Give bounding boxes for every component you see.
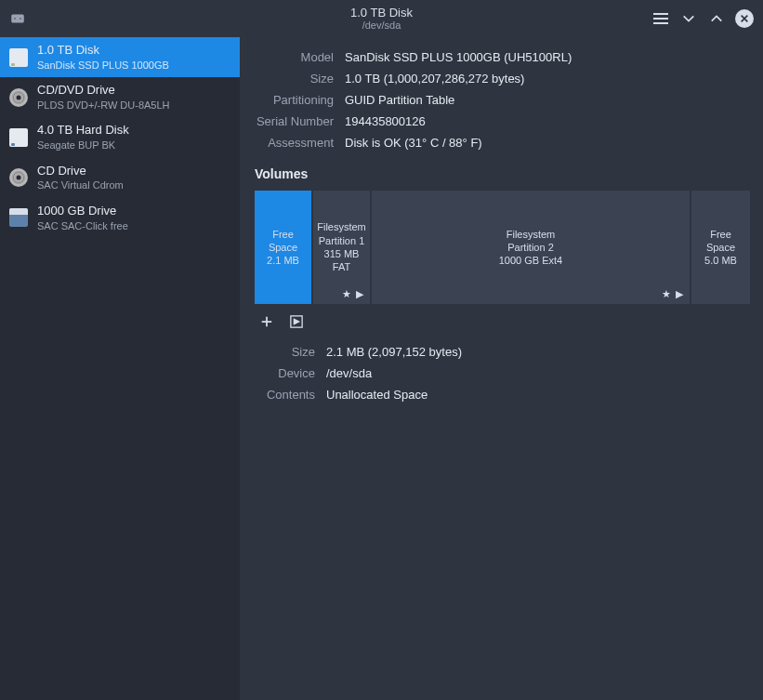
volume-map: Free Space2.1 MBFilesystemPartition 1315… xyxy=(255,191,750,304)
vol-device-label: Device xyxy=(245,366,315,380)
vol-contents-label: Contents xyxy=(245,388,315,402)
ssd-icon xyxy=(9,48,28,67)
svg-rect-0 xyxy=(11,15,24,23)
window-subtitle: /dev/sda xyxy=(350,20,413,32)
volume-segment[interactable]: FilesystemPartition 21000 GB Ext4★ ▶ xyxy=(372,191,690,304)
body: 1.0 TB DiskSanDisk SSD PLUS 1000GBCD/DVD… xyxy=(0,37,763,700)
volume-segment-subtitle2: 315 MB FAT xyxy=(317,247,366,274)
volume-segment[interactable]: FilesystemPartition 1315 MB FAT★ ▶ xyxy=(313,191,370,304)
sidebar-item-subtitle: SAC Virtual Cdrom xyxy=(37,178,124,192)
vol-size-value: 2.1 MB (2,097,152 bytes) xyxy=(326,345,750,359)
close-icon[interactable] xyxy=(735,9,754,28)
sidebar-item-title: 4.0 TB Hard Disk xyxy=(37,123,129,139)
sidebar-item-labels: 1.0 TB DiskSanDisk SSD PLUS 1000GB xyxy=(37,43,169,72)
partitioning-value: GUID Partition Table xyxy=(345,93,750,107)
window-title-block: 1.0 TB Disk /dev/sda xyxy=(350,6,413,33)
volume-segment-title: Free Space xyxy=(695,228,746,255)
titlebar: 1.0 TB Disk /dev/sda xyxy=(0,0,763,37)
size-label: Size xyxy=(245,72,334,86)
menu-icon[interactable] xyxy=(651,9,670,28)
hdd-icon xyxy=(9,128,28,147)
sidebar-item-subtitle: Seagate BUP BK xyxy=(37,139,129,152)
sidebar-item-labels: CD/DVD DrivePLDS DVD+/-RW DU-8A5LH xyxy=(37,83,170,112)
titlebar-actions xyxy=(651,9,754,28)
volume-segment-subtitle: Partition 2 xyxy=(507,241,554,254)
volume-segment-markers-icon: ★ ▶ xyxy=(342,287,364,300)
sidebar-item-title: CD/DVD Drive xyxy=(37,83,170,99)
volume-detail: Size 2.1 MB (2,097,152 bytes) Device /de… xyxy=(245,345,750,402)
window-title: 1.0 TB Disk xyxy=(350,6,413,20)
maximize-icon[interactable] xyxy=(707,9,726,28)
usb-icon xyxy=(9,208,28,227)
volumes-heading: Volumes xyxy=(255,166,750,181)
sidebar-item-labels: CD DriveSAC Virtual Cdrom xyxy=(37,164,124,192)
vol-size-label: Size xyxy=(245,345,315,359)
svg-point-2 xyxy=(20,18,21,20)
mount-icon[interactable] xyxy=(288,313,305,330)
volume-segment[interactable]: Free Space5.0 MB xyxy=(691,191,750,304)
volume-segment-title: Filesystem xyxy=(506,228,556,241)
model-label: Model xyxy=(245,50,334,64)
sidebar-item-title: CD Drive xyxy=(37,164,124,179)
sidebar-item[interactable]: CD/DVD DrivePLDS DVD+/-RW DU-8A5LH xyxy=(0,77,240,117)
sidebar-item-subtitle: SAC SAC-Click free xyxy=(37,219,128,232)
serial-value: 194435800126 xyxy=(345,114,750,128)
sidebar-item[interactable]: 1.0 TB DiskSanDisk SSD PLUS 1000GB xyxy=(0,37,240,77)
svg-rect-3 xyxy=(653,13,668,15)
sidebar-item-labels: 1000 GB DriveSAC SAC-Click free xyxy=(37,204,128,232)
disks-window: 1.0 TB Disk /dev/sda 1.0 TB DiskSanDisk … xyxy=(0,0,763,700)
volume-segment-subtitle: 2.1 MB xyxy=(267,254,299,267)
minimize-icon[interactable] xyxy=(679,9,698,28)
volume-segment-subtitle: 5.0 MB xyxy=(704,254,737,267)
sidebar: 1.0 TB DiskSanDisk SSD PLUS 1000GBCD/DVD… xyxy=(0,37,240,700)
disk-info: Model SanDisk SSD PLUS 1000GB (UH5100RL)… xyxy=(245,50,750,150)
add-partition-icon[interactable] xyxy=(258,313,275,330)
sidebar-item-subtitle: SanDisk SSD PLUS 1000GB xyxy=(37,59,169,72)
volume-segment[interactable]: Free Space2.1 MB xyxy=(255,191,311,304)
assessment-label: Assessment xyxy=(245,136,334,150)
sidebar-item[interactable]: CD DriveSAC Virtual Cdrom xyxy=(0,158,240,198)
cd-icon xyxy=(9,88,28,107)
vol-device-value: /dev/sda xyxy=(326,366,750,380)
svg-rect-5 xyxy=(653,22,668,24)
svg-rect-4 xyxy=(653,18,668,20)
vol-contents-value: Unallocated Space xyxy=(326,388,750,402)
content: Model SanDisk SSD PLUS 1000GB (UH5100RL)… xyxy=(240,37,763,700)
size-value: 1.0 TB (1,000,207,286,272 bytes) xyxy=(345,72,750,86)
volume-segment-subtitle: Partition 1 xyxy=(319,234,365,247)
sidebar-item-title: 1.0 TB Disk xyxy=(37,43,169,59)
partitioning-label: Partitioning xyxy=(245,93,334,107)
cd-icon xyxy=(9,168,28,187)
volume-segment-title: Filesystem xyxy=(317,220,366,233)
volume-segment-markers-icon: ★ ▶ xyxy=(662,287,684,300)
sidebar-item[interactable]: 4.0 TB Hard DiskSeagate BUP BK xyxy=(0,117,240,157)
serial-label: Serial Number xyxy=(245,114,334,128)
volume-toolbar xyxy=(245,304,750,345)
assessment-value: Disk is OK (31° C / 88° F) xyxy=(345,136,750,150)
volume-segment-subtitle2: 1000 GB Ext4 xyxy=(499,254,563,267)
svg-point-1 xyxy=(14,18,16,20)
sidebar-item-subtitle: PLDS DVD+/-RW DU-8A5LH xyxy=(37,99,170,112)
sidebar-item[interactable]: 1000 GB DriveSAC SAC-Click free xyxy=(0,198,240,238)
app-icon xyxy=(9,10,26,27)
sidebar-item-labels: 4.0 TB Hard DiskSeagate BUP BK xyxy=(37,123,129,152)
sidebar-item-title: 1000 GB Drive xyxy=(37,204,128,219)
volume-segment-title: Free Space xyxy=(258,228,308,255)
model-value: SanDisk SSD PLUS 1000GB (UH5100RL) xyxy=(345,50,750,64)
